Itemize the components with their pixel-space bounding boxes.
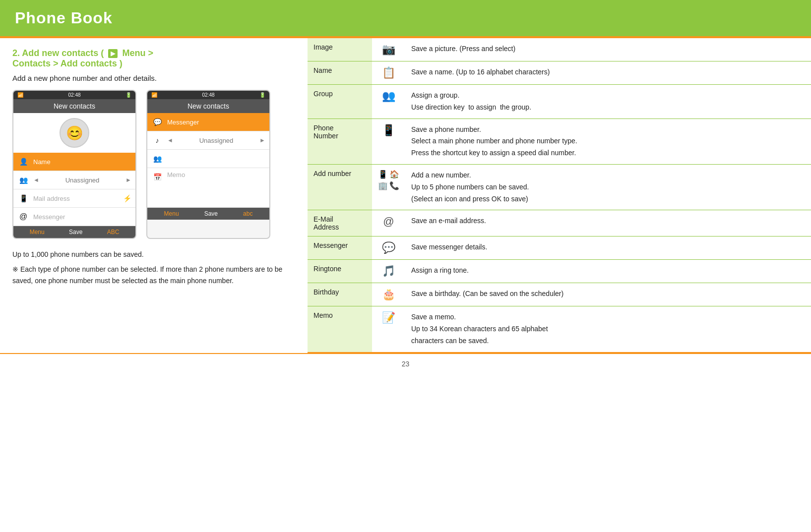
icon-birthday: 🎂 — [372, 283, 405, 306]
icon-phone-number: 📱 — [372, 118, 405, 164]
phone1-unassigned: Unassigned — [39, 177, 125, 184]
phone1-battery: 🔋 — [125, 92, 131, 98]
label-email: E-MailAddress — [308, 210, 372, 236]
phone1-row-messenger: @ Messenger — [13, 208, 135, 226]
icon-group: 👥 — [372, 85, 405, 119]
email-icon: @ — [383, 215, 394, 228]
table-row-group: Group 👥 Assign a group.Use direction key… — [308, 85, 811, 119]
phone1-phone-icon: 📱 — [17, 192, 29, 204]
add-number-icon-house: 🏠 — [389, 170, 399, 179]
phone1-messenger-label: Messenger — [33, 213, 131, 221]
label-group: Group — [308, 85, 372, 119]
phone1-at-icon: @ — [17, 211, 29, 223]
section-title: 2. Add new contacts ( ▶ Menu >Contacts >… — [12, 48, 295, 69]
table-row-phone-number: PhoneNumber 📱 Save a phone number.Select… — [308, 118, 811, 164]
icon-image: 📷 — [372, 38, 405, 61]
icon-add-number: 📱 🏠 🏢 📞 — [372, 164, 405, 210]
table-row-email: E-MailAddress @ Save an e-mail address. — [308, 210, 811, 236]
label-name: Name — [308, 61, 372, 85]
phone1-row-group: 👥 ◄ Unassigned ► — [13, 171, 135, 189]
phone1-name-label: Name — [33, 158, 131, 166]
phone2-arrow-left: ◄ — [167, 137, 173, 144]
table-row-messenger: Messenger 💬 Save messenger details. — [308, 236, 811, 260]
icon-ringtone: 🎵 — [372, 260, 405, 283]
icon-messenger: 💬 — [372, 236, 405, 260]
birthday-icon: 🎂 — [382, 288, 395, 300]
phone2-signal: 📶 — [151, 92, 157, 98]
phone1-time: 02:48 — [68, 92, 80, 98]
name-card-icon: 📋 — [382, 66, 395, 79]
phone2-row-memo: 📅 Memo — [147, 168, 269, 208]
desc-name: Save a name. (Up to 16 alphabet characte… — [405, 61, 811, 85]
table-row-memo: Memo 📝 Save a memo.Up to 34 Korean chara… — [308, 306, 811, 353]
phone1-arrow-left: ◄ — [33, 177, 39, 183]
phone2-birthday-icon: 👥 — [151, 153, 163, 165]
page-header: Phone Book — [0, 0, 811, 36]
phone2-battery: 🔋 — [259, 92, 265, 98]
phone2-memo-label: Memo — [167, 171, 265, 178]
desc-ringtone: Assign a ring tone. — [405, 260, 811, 283]
desc-memo: Save a memo.Up to 34 Korean characters a… — [405, 306, 811, 353]
phone1-row-name: 👤 Name — [13, 153, 135, 171]
phone1-menu[interactable]: Menu — [30, 229, 45, 236]
phone1-bottom: Menu Save ABC — [13, 226, 135, 238]
table-row-ringtone: Ringtone 🎵 Assign a ring tone. — [308, 260, 811, 283]
phones-container: 📶 02:48 🔋 New contacts 😊 👤 Name 👥 — [12, 90, 295, 239]
phone2-status-bar: 📶 02:48 🔋 — [147, 91, 269, 99]
label-messenger: Messenger — [308, 236, 372, 260]
desc-group: Assign a group.Use direction key to assi… — [405, 85, 811, 119]
label-ringtone: Ringtone — [308, 260, 372, 283]
phone2-row-birthday: 👥 — [147, 150, 269, 168]
add-number-icons-row1: 📱 🏠 — [378, 170, 399, 179]
add-number-icons: 📱 🏠 🏢 📞 — [378, 170, 399, 190]
table-row-add-number: Add number 📱 🏠 🏢 📞 — [308, 164, 811, 210]
section-title-text: 2. Add new contacts ( — [12, 48, 104, 58]
phone2-abc[interactable]: abc — [243, 210, 252, 217]
phone-mockup-2: 📶 02:48 🔋 New contacts 💬 Messenger ♪ ◄ U… — [146, 90, 270, 239]
group-icon: 👥 — [17, 174, 29, 186]
phone1-body: 😊 👤 Name 👥 ◄ Unassigned ► 📱 Mail a — [13, 113, 135, 226]
messenger-icon: 💬 — [382, 241, 395, 254]
phone1-row-mail: 📱 Mail address ⚡ — [13, 189, 135, 208]
phone2-arrow-right: ► — [259, 137, 265, 144]
label-phone-number: PhoneNumber — [308, 118, 372, 164]
table-row-image: Image 📷 Save a picture. (Press and selec… — [308, 38, 811, 61]
add-number-icons-row2: 🏢 📞 — [378, 181, 399, 190]
phone1-status-bar: 📶 02:48 🔋 — [13, 91, 135, 99]
group-icon: 👥 — [382, 90, 395, 102]
intro-text: Add a new phone number and other details… — [12, 74, 295, 82]
phone2-bottom: Menu Save abc — [147, 208, 269, 220]
camera-icon: 📷 — [382, 43, 395, 56]
phone2-body: 💬 Messenger ♪ ◄ Unassigned ► 👥 📅 — [147, 113, 269, 208]
label-image: Image — [308, 38, 372, 61]
phone1-lightning: ⚡ — [123, 194, 131, 202]
phone2-row-ringtone: ♪ ◄ Unassigned ► — [147, 131, 269, 150]
phone-number-icon: 📱 — [382, 124, 395, 136]
memo-icon: 📝 — [382, 311, 395, 324]
add-number-icon-call: 📞 — [389, 181, 399, 190]
page-title: Phone Book — [15, 9, 796, 27]
phone1-abc[interactable]: ABC — [107, 229, 120, 236]
main-content: 2. Add new contacts ( ▶ Menu >Contacts >… — [0, 38, 811, 353]
table-row-name: Name 📋 Save a name. (Up to 16 alphabet c… — [308, 61, 811, 85]
left-column: 2. Add new contacts ( ▶ Menu >Contacts >… — [0, 38, 308, 353]
phone1-title: New contacts — [13, 99, 135, 113]
name-icon: 👤 — [17, 156, 29, 168]
table-row-birthday: Birthday 🎂 Save a birthday. (Can be save… — [308, 283, 811, 306]
info-line1: Up to 1,000 phone numbers can be saved. — [12, 249, 295, 260]
add-number-icon-phone: 📱 — [378, 170, 388, 179]
label-add-number: Add number — [308, 164, 372, 210]
phone2-row-messenger: 💬 Messenger — [147, 113, 269, 131]
icon-memo: 📝 — [372, 306, 405, 353]
phone2-ringtone-icon: ♪ — [151, 134, 163, 146]
phone1-save[interactable]: Save — [69, 229, 82, 236]
label-memo: Memo — [308, 306, 372, 353]
icon-email: @ — [372, 210, 405, 236]
phone1-mail-label: Mail address — [33, 195, 123, 202]
phone2-save[interactable]: Save — [204, 210, 218, 217]
phone2-memo-icon: 📅 — [151, 171, 163, 183]
phone2-title: New contacts — [147, 99, 269, 113]
desc-phone-number: Save a phone number.Select a main phone … — [405, 118, 811, 164]
phone1-avatar: 😊 — [60, 118, 89, 148]
phone2-menu[interactable]: Menu — [164, 210, 179, 217]
